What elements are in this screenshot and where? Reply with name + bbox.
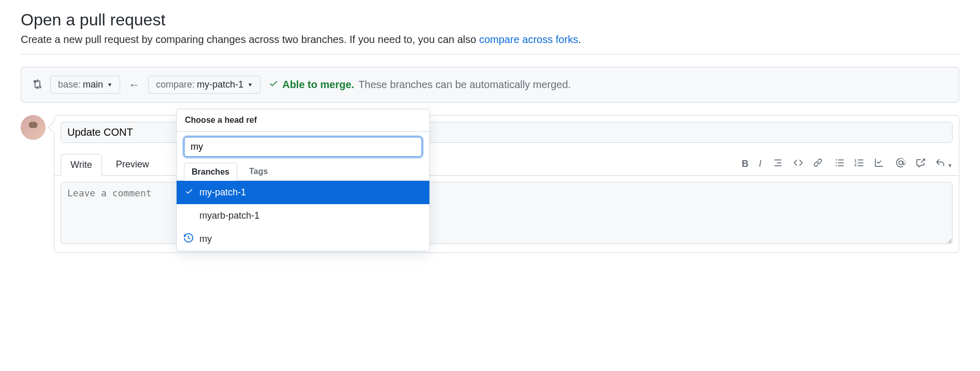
ref-name: my-patch-1 (199, 187, 246, 198)
tab-tags[interactable]: Tags (241, 162, 276, 180)
arrow-left-icon: ← (128, 78, 140, 92)
bold-icon[interactable]: B (742, 159, 748, 169)
ref-name: myarb-patch-1 (199, 210, 260, 221)
base-label: base: (58, 79, 81, 90)
tab-branches[interactable]: Branches (184, 163, 237, 181)
merge-able-text: Able to merge. (282, 79, 354, 91)
subtitle-text: Create a new pull request by comparing c… (21, 34, 479, 45)
ref-item[interactable]: myarb-patch-1 (177, 204, 429, 227)
base-branch-button[interactable]: base: main ▼ (50, 76, 120, 94)
check-icon (185, 187, 193, 198)
quote-icon[interactable] (774, 158, 783, 170)
mention-icon[interactable] (896, 158, 905, 170)
page-subtitle: Create a new pull request by comparing c… (21, 34, 959, 46)
formatting-toolbar: B I ▼ (742, 158, 953, 175)
compare-value: my-patch-1 (197, 79, 243, 90)
subtitle-suffix: . (578, 34, 581, 45)
caret-down-icon: ▼ (107, 82, 112, 88)
caret-down-icon: ▼ (248, 82, 253, 88)
pr-body: Write Preview B I (21, 115, 959, 253)
head-ref-dropdown: Choose a head ref Branches Tags my-patch… (176, 109, 430, 251)
code-icon[interactable] (794, 158, 803, 170)
compare-bar: base: main ▼ ← compare: my-patch-1 ▼ Abl… (21, 67, 959, 103)
merge-status: Able to merge. These branches can be aut… (269, 79, 571, 91)
compare-across-forks-link[interactable]: compare across forks (479, 34, 578, 45)
tasklist-icon[interactable] (874, 158, 884, 170)
ref-name: my (199, 234, 212, 245)
tab-write[interactable]: Write (61, 154, 102, 176)
page-title: Open a pull request (21, 10, 959, 30)
reply-icon[interactable]: ▼ (935, 158, 953, 170)
italic-icon[interactable]: I (759, 159, 761, 169)
base-value: main (83, 79, 103, 90)
link-icon[interactable] (813, 158, 823, 170)
ref-search-input[interactable] (184, 137, 422, 157)
avatar[interactable] (21, 115, 46, 140)
history-icon (184, 233, 193, 245)
ref-item-recent[interactable]: my (177, 227, 429, 251)
ordered-list-icon[interactable] (855, 158, 864, 170)
dropdown-tabs: Branches Tags (177, 162, 429, 181)
tab-preview[interactable]: Preview (106, 153, 159, 175)
git-compare-icon (32, 79, 42, 91)
write-preview-tabs: Write Preview (61, 153, 159, 175)
divider (21, 54, 959, 54)
compare-label: compare: (156, 79, 195, 90)
check-icon (269, 79, 278, 91)
merge-desc-text: These branches can be automatically merg… (358, 79, 571, 91)
compare-branch-button[interactable]: compare: my-patch-1 ▼ (148, 76, 261, 94)
unordered-list-icon[interactable] (835, 158, 844, 170)
ref-item[interactable]: my-patch-1 (177, 181, 429, 204)
cross-reference-icon[interactable] (916, 158, 925, 170)
ref-list: my-patch-1 myarb-patch-1 my (177, 181, 429, 251)
dropdown-header: Choose a head ref (177, 109, 429, 132)
